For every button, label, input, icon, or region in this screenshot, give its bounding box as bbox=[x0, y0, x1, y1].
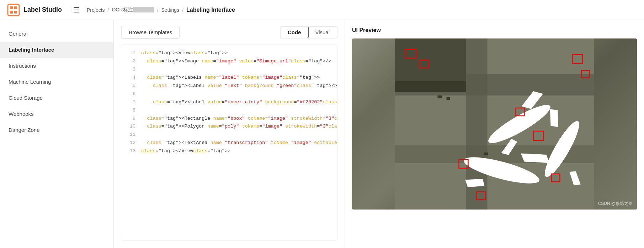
browse-templates-button[interactable]: Browse Templates bbox=[121, 26, 180, 39]
svg-rect-30 bbox=[438, 95, 442, 98]
code-content[interactable]: 1class="tag"><Viewclass="tag">>2 class="… bbox=[121, 45, 337, 241]
code-line: 5 class="tag"><Label value="Text" backgr… bbox=[121, 82, 337, 90]
breadcrumb-sep-3: / bbox=[182, 7, 183, 13]
content-area: Browse Templates Code Visual 1class="tag… bbox=[114, 20, 345, 248]
app-title: Label Studio bbox=[23, 6, 62, 14]
code-line: 10 class="tag"><Polygon name="poly" toNa… bbox=[121, 123, 337, 131]
sidebar-item-machine-learning[interactable]: Machine Learning bbox=[0, 74, 113, 90]
logo-area: Label Studio bbox=[7, 4, 62, 16]
sidebar-item-instructions[interactable]: Instructions bbox=[0, 58, 113, 74]
preview-svg bbox=[352, 38, 637, 210]
svg-rect-10 bbox=[395, 81, 466, 92]
code-line: 11 bbox=[121, 131, 337, 139]
preview-area: UI Preview bbox=[345, 20, 644, 248]
code-line: 9 class="tag"><Rectangle name="bbox" toN… bbox=[121, 115, 337, 123]
breadcrumb-sep-2: / bbox=[157, 7, 159, 13]
sidebar-item-general[interactable]: General bbox=[0, 26, 113, 42]
sidebar-item-webhooks[interactable]: Webhooks bbox=[0, 106, 113, 122]
breadcrumb: Projects / OCR标注 / Settings / Labeling I… bbox=[87, 7, 235, 13]
svg-rect-0 bbox=[8, 4, 19, 16]
header: Label Studio ☰ Projects / OCR标注 / Settin… bbox=[0, 0, 644, 20]
code-editor[interactable]: 1class="tag"><Viewclass="tag">>2 class="… bbox=[121, 45, 337, 241]
code-line: 1class="tag"><Viewclass="tag">> bbox=[121, 49, 337, 57]
preview-title: UI Preview bbox=[352, 27, 637, 33]
main-layout: GeneralLabeling InterfaceInstructionsMac… bbox=[0, 20, 644, 248]
breadcrumb-project-blurred bbox=[133, 7, 154, 12]
code-line: 12 class="tag"><TextArea name="transcrip… bbox=[121, 139, 337, 147]
svg-rect-32 bbox=[484, 153, 488, 155]
code-line: 2 class="tag"><Image name="image" value=… bbox=[121, 57, 337, 66]
toolbar: Browse Templates Code Visual bbox=[114, 20, 345, 45]
code-line: 7 class="tag"><Label value="uncertainty"… bbox=[121, 98, 337, 107]
svg-rect-3 bbox=[10, 11, 13, 14]
svg-rect-9 bbox=[395, 38, 466, 81]
breadcrumb-projects[interactable]: Projects bbox=[87, 7, 105, 13]
code-line: 4 class="tag"><Labels name="label" toNam… bbox=[121, 74, 337, 82]
preview-image: CSDN @修炼之路 bbox=[352, 38, 637, 210]
breadcrumb-sep-1: / bbox=[108, 7, 109, 13]
breadcrumb-settings[interactable]: Settings bbox=[161, 7, 179, 13]
code-line: 8 bbox=[121, 107, 337, 115]
visual-toggle-button[interactable]: Visual bbox=[308, 27, 337, 38]
code-line: 13class="tag"></Viewclass="tag">> bbox=[121, 147, 337, 155]
hamburger-menu[interactable]: ☰ bbox=[73, 6, 80, 14]
sidebar-item-danger-zone[interactable]: Danger Zone bbox=[0, 122, 113, 138]
svg-rect-4 bbox=[14, 11, 17, 14]
code-line: 6 bbox=[121, 90, 337, 98]
svg-rect-2 bbox=[14, 6, 17, 9]
breadcrumb-current: Labeling Interface bbox=[186, 7, 235, 13]
svg-rect-1 bbox=[10, 6, 13, 9]
sidebar-item-labeling-interface[interactable]: Labeling Interface bbox=[0, 42, 113, 58]
sidebar: GeneralLabeling InterfaceInstructionsMac… bbox=[0, 20, 114, 248]
code-line: 3 bbox=[121, 66, 337, 74]
logo-icon bbox=[7, 4, 20, 16]
code-toggle-button[interactable]: Code bbox=[280, 26, 309, 38]
sidebar-item-cloud-storage[interactable]: Cloud Storage bbox=[0, 90, 113, 106]
code-visual-toggle: Code Visual bbox=[280, 26, 337, 38]
svg-rect-31 bbox=[447, 97, 450, 100]
watermark: CSDN @修炼之路 bbox=[598, 201, 633, 207]
breadcrumb-project-name[interactable]: OCR标注 bbox=[112, 7, 154, 13]
